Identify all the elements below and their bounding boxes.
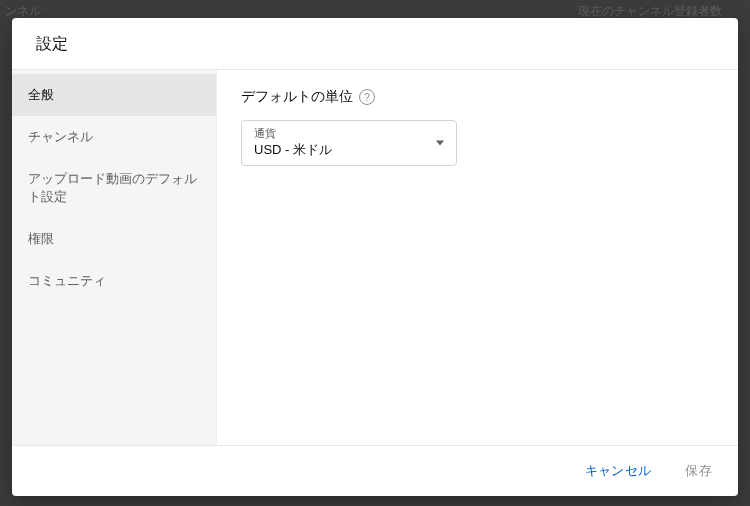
currency-select-value: USD - 米ドル: [254, 141, 444, 159]
sidebar-item-community[interactable]: コミュニティ: [12, 260, 216, 302]
settings-sidebar: 全般 チャンネル アップロード動画のデフォルト設定 権限 コミュニティ: [12, 70, 217, 445]
section-header: デフォルトの単位 ?: [241, 88, 714, 106]
help-icon[interactable]: ?: [359, 89, 375, 105]
sidebar-item-label: チャンネル: [28, 129, 93, 144]
modal-header: 設定: [12, 18, 738, 70]
modal-footer: キャンセル 保存: [12, 445, 738, 496]
section-title: デフォルトの単位: [241, 88, 353, 106]
sidebar-item-channel[interactable]: チャンネル: [12, 116, 216, 158]
chevron-down-icon: [436, 141, 444, 146]
currency-select-label: 通貨: [254, 127, 444, 140]
cancel-button[interactable]: キャンセル: [577, 456, 660, 486]
sidebar-item-label: 権限: [28, 231, 54, 246]
modal-title: 設定: [36, 34, 714, 55]
sidebar-item-label: コミュニティ: [28, 273, 106, 288]
main-panel: デフォルトの単位 ? 通貨 USD - 米ドル: [217, 70, 738, 445]
save-button[interactable]: 保存: [677, 456, 720, 486]
settings-modal: 設定 全般 チャンネル アップロード動画のデフォルト設定 権限 コミュニティ デ…: [12, 18, 738, 496]
sidebar-item-general[interactable]: 全般: [12, 74, 216, 116]
sidebar-item-label: 全般: [28, 87, 54, 102]
currency-select[interactable]: 通貨 USD - 米ドル: [241, 120, 457, 166]
modal-body: 全般 チャンネル アップロード動画のデフォルト設定 権限 コミュニティ デフォル…: [12, 70, 738, 445]
sidebar-item-permissions[interactable]: 権限: [12, 218, 216, 260]
sidebar-item-label: アップロード動画のデフォルト設定: [28, 171, 197, 204]
sidebar-item-upload-defaults[interactable]: アップロード動画のデフォルト設定: [12, 158, 216, 218]
